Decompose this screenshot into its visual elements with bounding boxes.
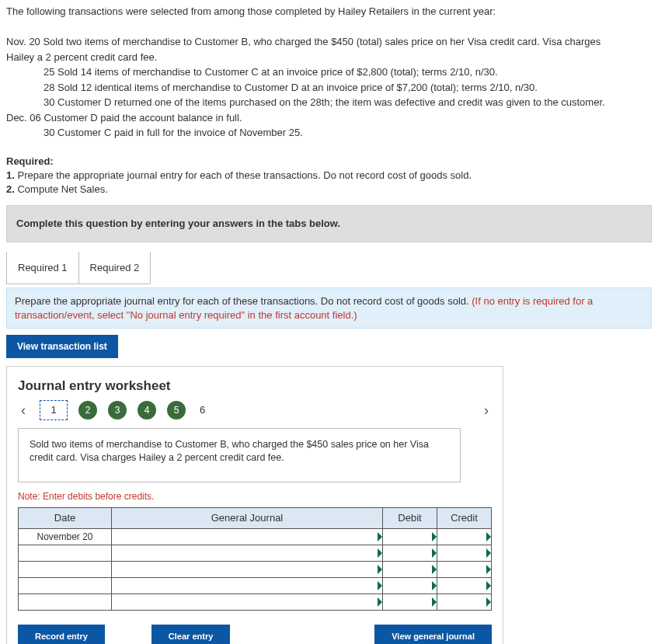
cell-credit[interactable] [437,528,492,545]
cell-credit[interactable] [437,561,492,577]
tab-required-1[interactable]: Required 1 [6,252,79,285]
step-3[interactable]: 3 [108,401,127,419]
cell-date[interactable] [19,561,112,577]
table-row [19,561,492,577]
cell-credit[interactable] [437,545,492,561]
required-1: 1. 1. Prepare the appropriate journal en… [6,169,652,183]
cell-debit[interactable] [383,545,437,561]
txn-dec30: 30 Customer C paid in full for the invoi… [6,126,652,140]
cell-account[interactable] [112,594,383,610]
cell-date[interactable] [19,594,112,610]
cell-account[interactable] [112,545,383,561]
journal-entry-table: Date General Journal Debit Credit Novemb… [18,507,492,611]
col-debit: Debit [383,508,437,529]
view-general-journal-button[interactable]: View general journal [374,625,492,644]
cell-credit[interactable] [437,577,492,594]
step-1[interactable]: 1 [40,400,68,420]
col-general-journal: General Journal [112,508,383,529]
txn-dec06: Dec. 06 Customer D paid the account bala… [6,111,652,125]
cell-debit[interactable] [383,577,437,594]
required-2: 2. Compute Net Sales. [6,183,652,197]
view-transaction-list-button[interactable]: View transaction list [6,335,118,358]
cell-debit[interactable] [383,528,437,545]
required-heading: Required: [6,155,652,169]
transaction-description: Sold two items of merchandise to Custome… [18,428,461,482]
table-row: November 20 [19,528,492,545]
debits-before-credits-note: Note: Enter debits before credits. [18,490,492,503]
journal-entry-worksheet: Journal entry worksheet ‹ 1 2 3 4 5 6 › … [6,366,503,644]
cell-debit[interactable] [383,594,437,610]
cell-account[interactable] [112,528,383,545]
step-2[interactable]: 2 [78,401,97,419]
cell-account[interactable] [112,577,383,594]
cell-date[interactable] [19,577,112,594]
txn-nov30: 30 Customer D returned one of the items … [6,96,652,110]
table-row [19,577,492,594]
table-row [19,545,492,561]
tab-required-2[interactable]: Required 2 [79,252,151,285]
cell-account[interactable] [112,561,383,577]
table-row [19,594,492,610]
txn-nov25: 25 Sold 14 items of merchandise to Custo… [6,65,652,79]
cell-date[interactable]: November 20 [19,528,112,545]
step-5[interactable]: 5 [167,401,186,419]
tab-instruction-main: Prepare the appropriate journal entry fo… [15,295,472,307]
record-entry-button[interactable]: Record entry [18,625,105,644]
step-6[interactable]: 6 [197,403,208,417]
worksheet-title: Journal entry worksheet [18,378,492,395]
step-4[interactable]: 4 [138,401,156,419]
complete-instruction-bar: Complete this question by entering your … [6,205,652,242]
tab-instruction: Prepare the appropriate journal entry fo… [6,287,652,329]
clear-entry-button[interactable]: Clear entry [151,625,230,644]
intro-line: The following transactions were selected… [6,5,652,19]
txn-nov28: 28 Sold 12 identical items of merchandis… [6,81,652,95]
chevron-left-icon[interactable]: ‹ [18,401,29,419]
col-date: Date [19,508,112,529]
chevron-right-icon[interactable]: › [481,401,492,419]
cell-debit[interactable] [383,561,437,577]
cell-date[interactable] [19,545,112,561]
cell-credit[interactable] [437,594,492,610]
col-credit: Credit [437,508,492,529]
txn-nov20a: Nov. 20 Sold two items of merchandise to… [6,35,652,49]
txn-nov20b: Hailey a 2 percent credit card fee. [6,50,652,64]
